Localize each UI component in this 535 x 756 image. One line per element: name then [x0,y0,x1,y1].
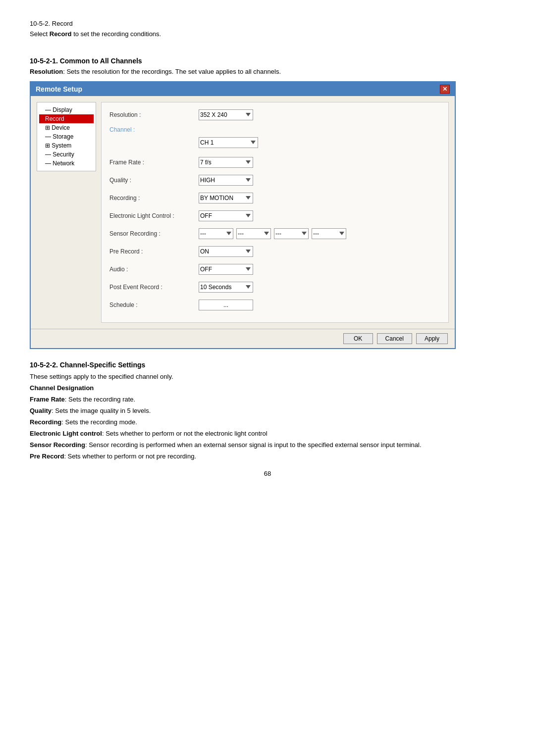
storage-icon: — [45,133,51,140]
quality-bold: Quality [30,407,52,414]
channel-row: CH 1 [109,136,440,149]
window-titlebar: Remote Setup ✕ [31,82,455,96]
sensor-select-4[interactable]: --- [312,228,346,239]
quality-desc: Quality: Sets the image quality in 5 lev… [30,407,505,414]
resolution-description: Resolution: Sets the resolution for the … [30,68,505,75]
post-event-row: Post Event Record : 10 Seconds [109,281,440,294]
resolution-row: Resolution : 352 X 240 [109,108,440,121]
sensor-select-2[interactable]: --- [236,228,271,239]
elc-bold: Electronic Light control [30,430,102,437]
audio-row: Audio : OFF [109,263,440,276]
prerecord-post: : Sets whether to perform or not pre rec… [64,453,196,460]
channel-designation-bold: Channel Designation [30,384,94,392]
pre-record-select[interactable]: ON [199,246,253,257]
recording-post: : Sets the recording mode. [61,418,137,426]
recording-bold: Recording [30,418,61,426]
elc-row: Electronic Light Control : OFF [109,209,440,222]
frame-rate-select[interactable]: 7 f/s [199,157,253,168]
display-icon: — [45,106,51,113]
recording-desc: Recording: Sets the recording mode. [30,418,505,426]
remote-setup-window: Remote Setup ✕ — Display Record ⊞ Device… [30,81,456,349]
cancel-button[interactable]: Cancel [377,333,412,344]
quality-label: Quality : [109,177,199,184]
sidebar-item-system[interactable]: ⊞ System [39,141,94,150]
sidebar-item-security[interactable]: — Security [39,150,94,159]
resolution-label: Resolution : [109,111,199,118]
sidebar-item-network[interactable]: — Network [39,159,94,168]
resolution-desc-post: : Sets the resolution for the recordings… [63,68,281,75]
channel-group-label: Channel : [109,126,440,133]
quality-select[interactable]: HIGH [199,175,253,186]
frame-rate-post: : Sets the recording rate. [65,396,135,403]
recording-row: Recording : BY MOTION [109,192,440,204]
sidebar-item-record[interactable]: Record [39,114,94,123]
channel-select[interactable]: CH 1 [199,137,258,148]
prerecord-desc: Pre Record: Sets whether to perform or n… [30,453,505,460]
section-description: Select Record to set the recording condi… [30,30,505,38]
sensor-row: Sensor Recording : --- --- --- --- [109,227,440,240]
pre-record-label: Pre Record : [109,248,199,255]
device-expand-icon: ⊞ [45,124,50,131]
sensor-post: : Sensor recording is performed when an … [85,441,422,449]
main-content: Resolution : 352 X 240 Channel : CH 1 Fr… [101,102,449,323]
window-footer: OK Cancel Apply [31,329,455,348]
subsection1-heading: 10-5-2-1. Common to All Channels [30,57,505,65]
schedule-label: Schedule : [109,302,199,308]
frame-rate-row: Frame Rate : 7 f/s [109,156,440,169]
sidebar-item-storage[interactable]: — Storage [39,132,94,141]
desc-bold: Record [50,30,72,38]
section-header: 10-5-2. Record [30,20,505,27]
sensor-bold: Sensor Recording [30,441,85,449]
window-title: Remote Setup [36,85,82,93]
channel-designation: Channel Designation [30,384,505,392]
audio-label: Audio : [109,266,199,273]
sensor-selects: --- --- --- --- [199,228,346,239]
recording-select[interactable]: BY MOTION [199,193,253,203]
elc-select[interactable]: OFF [199,210,253,221]
frame-rate-desc: Frame Rate: Sets the recording rate. [30,396,505,403]
window-close-button[interactable]: ✕ [440,85,450,94]
network-icon: — [45,160,51,167]
subsection2-intro: These settings apply to the specified ch… [30,373,505,380]
quality-row: Quality : HIGH [109,174,440,187]
sidebar-item-device[interactable]: ⊞ Device [39,123,94,132]
audio-select[interactable]: OFF [199,264,253,275]
apply-button[interactable]: Apply [416,333,448,344]
sidebar-item-display[interactable]: — Display [39,105,94,114]
post-event-select[interactable]: 10 Seconds [199,282,253,293]
system-expand-icon: ⊞ [45,142,50,149]
post-event-label: Post Event Record : [109,284,199,291]
elc-post: : Sets whether to perform or not the ele… [102,430,268,437]
elc-label: Electronic Light Control : [109,212,199,219]
subsection2-heading: 10-5-2-2. Channel-Specific Settings [30,361,505,369]
sensor-label: Sensor Recording : [109,230,199,237]
resolution-select[interactable]: 352 X 240 [199,109,253,120]
section-title: 10-5-2. Record [30,20,73,27]
desc-pre: Select [30,30,50,38]
quality-post: : Sets the image quality in 5 levels. [52,407,151,414]
desc-post: to set the recording conditions. [72,30,161,38]
resolution-desc-bold: Resolution [30,68,63,75]
sensor-desc: Sensor Recording: Sensor recording is pe… [30,441,505,449]
ok-button[interactable]: OK [343,333,373,344]
prerecord-bold: Pre Record [30,453,64,460]
pre-record-row: Pre Record : ON [109,245,440,258]
sidebar: — Display Record ⊞ Device — Storage ⊞ Sy… [37,102,96,171]
window-body: — Display Record ⊞ Device — Storage ⊞ Sy… [31,96,455,329]
schedule-row: Schedule : ... [109,299,440,311]
elc-desc: Electronic Light control: Sets whether t… [30,430,505,437]
frame-rate-bold: Frame Rate [30,396,65,403]
page-number: 68 [30,470,505,477]
frame-rate-label: Frame Rate : [109,159,199,166]
sensor-select-3[interactable]: --- [274,228,309,239]
security-icon: — [45,151,51,158]
recording-label: Recording : [109,195,199,202]
schedule-button[interactable]: ... [199,300,253,310]
sensor-select-1[interactable]: --- [199,228,233,239]
